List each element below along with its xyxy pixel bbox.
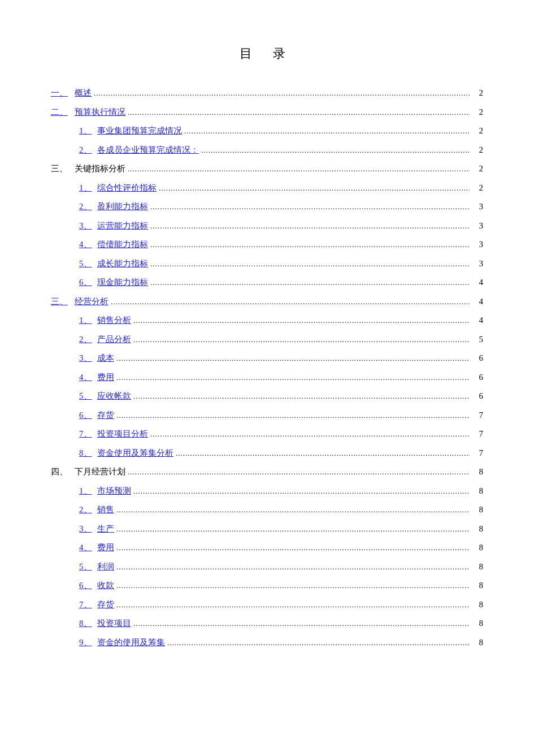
toc-dots: ........................................… [116,522,470,537]
toc-text: 预算执行情况 [75,104,125,120]
toc-item[interactable]: 二、预算执行情况................................… [51,104,483,120]
toc-item[interactable]: 一、概述....................................… [51,85,483,101]
toc-prefix: 6、 [79,577,95,594]
toc-prefix: 1、 [79,483,95,499]
toc-item[interactable]: 9、资金的使用及筹集..............................… [51,634,483,651]
toc-container: 一、概述....................................… [51,85,483,650]
toc-prefix: 一、 [51,85,72,101]
toc-dots: ........................................… [133,485,470,499]
toc-item[interactable]: 1、市场预测..................................… [51,483,483,499]
toc-item[interactable]: 3、运营能力指标................................… [51,218,483,234]
toc-prefix: 1、 [79,123,95,139]
toc-page-number: 7 [472,426,483,442]
toc-text: 销售分析 [97,312,131,329]
toc-item[interactable]: 四、下月经营计划................................… [51,464,483,480]
toc-dots: ........................................… [116,541,470,555]
toc-page-number: 3 [472,218,483,234]
toc-prefix: 4、 [79,539,95,556]
toc-dots: ........................................… [133,617,470,631]
toc-prefix: 4、 [79,236,95,253]
toc-text: 存货 [97,407,114,424]
toc-item[interactable]: 6、存货....................................… [51,407,483,424]
toc-prefix: 3、 [79,218,95,234]
toc-dots: ........................................… [184,124,470,139]
toc-dots: ........................................… [150,200,470,214]
toc-prefix: 2、 [79,331,95,348]
toc-item[interactable]: 2、各成员企业预算完成情况：..........................… [51,142,483,158]
toc-page-number: 4 [472,274,483,291]
toc-prefix: 1、 [79,180,95,196]
toc-prefix: 6、 [79,407,95,424]
toc-text: 收款 [97,577,114,594]
toc-page-number: 4 [472,312,483,329]
toc-item[interactable]: 3、生产....................................… [51,521,483,537]
toc-dots: ........................................… [128,106,470,120]
toc-item[interactable]: 三、经营分析..................................… [51,293,483,310]
toc-item[interactable]: 1、事业集团预算完成情况............................… [51,123,483,139]
toc-item[interactable]: 6、现金能力指标................................… [51,274,483,291]
toc-dots: ........................................… [150,238,470,252]
toc-item[interactable]: 4、偿债能力指标................................… [51,236,483,253]
toc-item[interactable]: 7、存货....................................… [51,597,483,613]
toc-page-number: 8 [472,483,483,499]
toc-page-number: 2 [472,142,483,158]
toc-text: 下月经营计划 [75,464,125,480]
toc-text: 市场预测 [97,483,131,499]
toc-page-number: 7 [472,445,483,461]
toc-prefix: 2、 [79,198,95,215]
toc-page-number: 8 [472,559,483,575]
toc-dots: ........................................… [111,295,470,309]
toc-item[interactable]: 5、应收帐款..................................… [51,388,483,404]
toc-prefix: 4、 [79,369,95,386]
toc-dots: ........................................… [201,144,470,158]
toc-page-number: 6 [472,350,483,366]
toc-prefix: 5、 [79,388,95,404]
toc-prefix: 3、 [79,521,95,537]
toc-item[interactable]: 8、投资项目..................................… [51,615,483,632]
toc-dots: ........................................… [116,409,470,423]
toc-page-number: 5 [472,331,483,348]
toc-dots: ........................................… [150,427,470,442]
toc-page-number: 4 [472,293,483,310]
toc-text: 应收帐款 [97,388,131,404]
toc-page-number: 3 [472,236,483,253]
toc-item[interactable]: 5、利润....................................… [51,559,483,575]
toc-item[interactable]: 2、盈利能力指标................................… [51,198,483,215]
toc-dots: ........................................… [116,560,470,574]
toc-item[interactable]: 三、关键指标分析................................… [51,161,483,177]
toc-dots: ........................................… [150,257,470,271]
toc-text: 盈利能力指标 [97,198,148,215]
toc-item[interactable]: 1、销售分析..................................… [51,312,483,329]
toc-prefix: 2、 [79,142,95,158]
toc-prefix: 6、 [79,274,95,291]
toc-dots: ........................................… [133,333,470,347]
toc-page-number: 3 [472,198,483,215]
toc-prefix: 三、 [51,293,72,310]
toc-dots: ........................................… [133,314,470,328]
toc-item[interactable]: 6、收款....................................… [51,577,483,594]
toc-prefix: 7、 [79,597,95,613]
toc-text: 关键指标分析 [75,161,125,177]
toc-item[interactable]: 4、费用....................................… [51,369,483,386]
toc-text: 事业集团预算完成情况 [97,123,182,139]
page: 目 录 一、概述................................… [0,0,534,756]
toc-text: 费用 [97,369,114,386]
toc-item[interactable]: 8、资金使用及筹集分析.............................… [51,445,483,461]
toc-item[interactable]: 2、销售....................................… [51,502,483,518]
toc-text: 偿债能力指标 [97,236,148,253]
toc-item[interactable]: 1、综合性评价指标...............................… [51,180,483,196]
toc-item[interactable]: 5、成长能力指标................................… [51,256,483,272]
toc-prefix: 二、 [51,104,72,120]
toc-dots: ........................................… [176,447,470,461]
toc-text: 存货 [97,597,114,613]
toc-item[interactable]: 7、投资项目分析................................… [51,426,483,442]
toc-item[interactable]: 3、成本....................................… [51,350,483,366]
toc-page-number: 2 [472,123,483,139]
toc-text: 投资项目分析 [97,426,148,442]
toc-page-number: 8 [472,539,483,556]
toc-prefix: 5、 [79,256,95,272]
toc-dots: ........................................… [167,636,470,650]
toc-item[interactable]: 2、产品分析..................................… [51,331,483,348]
toc-text: 产品分析 [97,331,131,348]
toc-item[interactable]: 4、费用....................................… [51,539,483,556]
